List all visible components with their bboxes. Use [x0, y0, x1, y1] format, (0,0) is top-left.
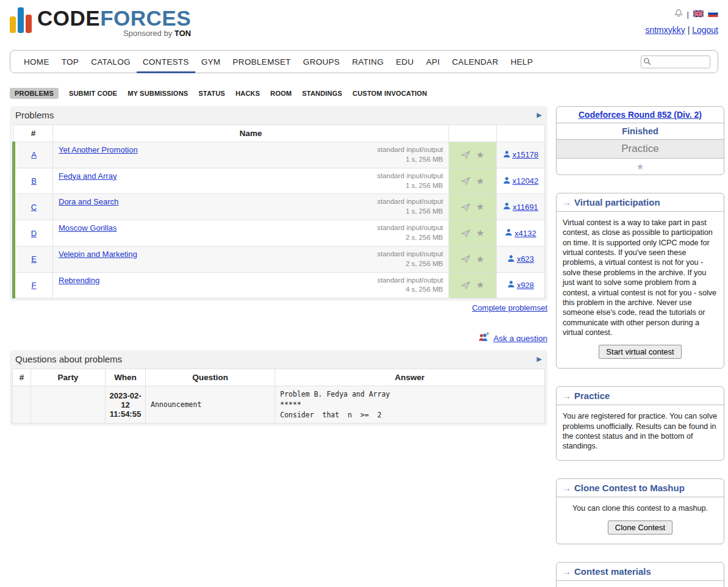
nav-item-help[interactable]: HELP [505, 52, 539, 73]
problem-row: B standard input/output1 s, 256 MB Fedya… [14, 168, 545, 194]
problem-title-link[interactable]: Dora and Search [59, 197, 118, 206]
submit-plane-icon[interactable] [461, 150, 470, 159]
nav-item-home[interactable]: HOME [18, 52, 56, 73]
problem-row: C standard input/output1 s, 256 MB Dora … [14, 194, 545, 220]
practice-box: →Practice You are registered for practic… [556, 386, 724, 460]
solved-count-link[interactable]: x623 [507, 254, 534, 264]
favorite-star-icon[interactable]: ★ [476, 149, 484, 160]
nav-item-contests[interactable]: CONTESTS [137, 52, 195, 73]
submit-plane-icon[interactable] [461, 229, 470, 238]
nav-item-calendar[interactable]: CALENDAR [446, 52, 505, 73]
problem-title-link[interactable]: Velepin and Marketing [59, 250, 137, 259]
complete-problemset-link[interactable]: Complete problemset [472, 303, 547, 312]
nav-item-problemset[interactable]: PROBLEMSET [226, 52, 297, 73]
nav-item-rating[interactable]: RATING [346, 52, 390, 73]
solved-count-link[interactable]: x11691 [503, 202, 538, 212]
problems-caption: Problems [15, 110, 54, 120]
codeforces-logo[interactable]: CODEFORCES Sponsored by TON [10, 6, 191, 48]
search-icon [643, 57, 652, 68]
problem-row: A standard input/output1 s, 256 MB Yet A… [14, 142, 545, 168]
subnav-item-custom-invocation[interactable]: CUSTOM INVOCATION [353, 90, 427, 97]
problem-row: D standard input/output2 s, 256 MB Mosco… [14, 220, 545, 247]
material-item: • Announcement × [562, 583, 718, 587]
subnav-item-submit-code[interactable]: SUBMIT CODE [69, 90, 117, 97]
problem-title-link[interactable]: Moscow Gorillas [59, 223, 117, 232]
main-nav: HOME TOP CATALOG CONTESTS GYM PROBLEMSET… [10, 50, 718, 73]
problem-constraints: standard input/output1 s, 256 MB [377, 145, 443, 165]
solved-count-link[interactable]: x15178 [503, 150, 539, 160]
problem-solved-cell: x928 [497, 272, 545, 298]
solved-count-link[interactable]: x12042 [503, 176, 539, 186]
problem-name-cell: standard input/output1 s, 256 MB Dora an… [53, 194, 449, 220]
subnav-item-hacks[interactable]: HACKS [236, 90, 260, 97]
clone-contest-button[interactable]: Clone Contest [608, 520, 672, 535]
problem-index-link[interactable]: B [31, 176, 37, 185]
favorite-star-icon[interactable]: ★ [476, 279, 484, 290]
solved-count-link[interactable]: x4132 [505, 228, 536, 238]
problem-title-link[interactable]: Fedya and Array [59, 171, 117, 181]
problem-actions-cell: ★ [449, 142, 497, 168]
contest-favorite-star-icon[interactable]: ★ [636, 162, 644, 171]
problem-index-cell: F [14, 272, 53, 298]
nav-item-gym[interactable]: GYM [195, 52, 227, 73]
caption-arrow-icon[interactable]: ▶ [537, 111, 542, 119]
submit-plane-icon[interactable] [461, 254, 470, 264]
problem-index-link[interactable]: E [31, 254, 37, 264]
arrow-icon: → [562, 197, 571, 207]
contest-title-link[interactable]: Codeforces Round 852 (Div. 2) [578, 110, 702, 120]
submit-plane-icon[interactable] [461, 281, 470, 290]
subnav-item-standings[interactable]: STANDINGS [302, 90, 342, 97]
username-link[interactable]: sntmxykky [645, 25, 685, 35]
problems-header-row: # Name [14, 125, 545, 142]
favorite-star-icon[interactable]: ★ [476, 201, 484, 212]
problem-index-link[interactable]: A [31, 150, 37, 159]
nav-item-groups[interactable]: GROUPS [297, 52, 346, 73]
question-party-cell [31, 386, 106, 423]
logo-text-forces: FORCES [100, 6, 191, 30]
subnav-item-status[interactable]: STATUS [198, 90, 225, 97]
submit-plane-icon[interactable] [461, 203, 470, 212]
problem-index-link[interactable]: F [32, 281, 37, 290]
problem-constraints: standard input/output2 s, 256 MB [377, 223, 443, 243]
subnav-item-problems[interactable]: PROBLEMS [10, 88, 59, 99]
solved-count-link[interactable]: x928 [507, 280, 534, 290]
caption-arrow-icon[interactable]: ▶ [537, 355, 542, 363]
nav-item-top[interactable]: TOP [56, 52, 85, 73]
problem-io: standard input/output [377, 276, 443, 284]
problem-title-link[interactable]: Yet Another Promotion [59, 145, 138, 154]
subnav-item-my-submissions[interactable]: MY SUBMISSIONS [128, 90, 188, 97]
search-box [641, 56, 710, 68]
problem-solved-cell: x623 [497, 246, 545, 272]
person-icon [505, 228, 513, 238]
nav-item-edu[interactable]: EDU [390, 52, 420, 73]
contest-materials-box: →Contest materials • Announcement × • Tu… [556, 562, 724, 587]
problem-limits: 1 s, 256 MB [406, 182, 443, 189]
problem-actions-cell: ★ [449, 220, 497, 247]
problem-io: standard input/output [377, 250, 443, 257]
favorite-star-icon[interactable]: ★ [476, 176, 484, 187]
problem-title-link[interactable]: Rebrending [59, 276, 99, 285]
subnav-item-room[interactable]: ROOM [270, 90, 292, 97]
submit-plane-icon[interactable] [461, 176, 470, 185]
nav-item-api[interactable]: API [420, 52, 446, 73]
logout-link[interactable]: Logout [692, 25, 718, 35]
person-icon [507, 254, 515, 264]
favorite-star-icon[interactable]: ★ [476, 228, 484, 239]
bell-icon[interactable] [674, 9, 683, 20]
logo-bar-yellow [10, 16, 16, 33]
favorite-star-icon[interactable]: ★ [476, 254, 484, 265]
problem-index-cell: C [14, 194, 53, 220]
ask-question-link[interactable]: Ask a question [493, 334, 547, 343]
start-virtual-contest-button[interactable]: Start virtual contest [599, 345, 681, 359]
problem-index-link[interactable]: D [31, 229, 37, 238]
col-header-when: When [106, 369, 146, 386]
nav-item-catalog[interactable]: CATALOG [85, 52, 137, 73]
problem-index-cell: D [14, 220, 53, 247]
ru-flag-icon[interactable] [708, 10, 718, 19]
virtual-participation-box: →Virtual participation Virtual contest i… [556, 193, 724, 369]
arrow-icon: → [562, 566, 571, 577]
problem-index-link[interactable]: C [31, 203, 37, 212]
problem-constraints: standard input/output2 s, 256 MB [377, 250, 443, 269]
person-icon [503, 150, 511, 160]
uk-flag-icon[interactable] [693, 10, 704, 19]
